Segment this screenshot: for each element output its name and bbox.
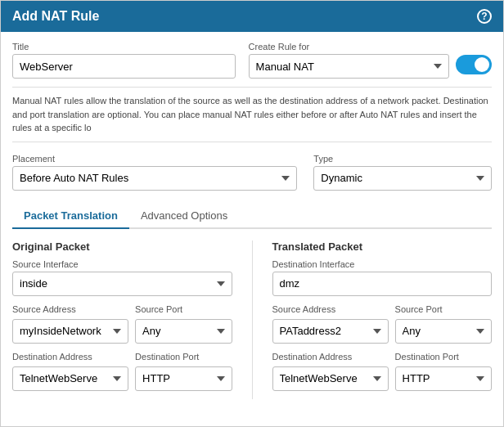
trans-src-addr-port-row: Source Address PATaddress2 Source Port A…	[272, 304, 493, 344]
trans-source-address-label: Source Address	[272, 304, 389, 314]
translated-packet-title: Translated Packet	[272, 240, 493, 253]
tab-advanced-options[interactable]: Advanced Options	[129, 204, 239, 229]
dialog-header: Add NAT Rule ?	[1, 1, 503, 32]
packets-section: Original Packet Source Interface inside …	[12, 240, 492, 399]
trans-destination-port-group: Destination Port HTTP	[395, 352, 492, 391]
orig-source-port-select[interactable]: Any	[135, 319, 232, 344]
orig-source-address-select[interactable]: myInsideNetwork	[12, 319, 128, 344]
title-label: Title	[12, 42, 236, 52]
tabs-bar: Packet Translation Advanced Options	[12, 204, 492, 229]
orig-destination-address-group: Destination Address TelnetWebServe	[12, 352, 128, 391]
title-field-group: Title	[12, 42, 236, 79]
placement-label: Placement	[12, 154, 297, 164]
original-packet-title: Original Packet	[12, 240, 232, 253]
orig-destination-address-select[interactable]: TelnetWebServe	[12, 366, 128, 391]
create-rule-label: Create Rule for	[249, 42, 492, 52]
trans-destination-address-group: Destination Address TelnetWebServe	[272, 352, 389, 391]
create-rule-field-group: Create Rule for Manual NAT Auto NAT	[249, 42, 492, 79]
trans-source-port-select[interactable]: Any	[395, 319, 492, 344]
trans-source-port-label: Source Port	[395, 304, 492, 314]
help-icon[interactable]: ?	[477, 9, 492, 24]
trans-destination-interface-group: Destination Interface	[272, 259, 493, 296]
placement-select[interactable]: Before Auto NAT Rules After Auto NAT Rul…	[12, 166, 297, 191]
title-input[interactable]	[12, 54, 236, 79]
vertical-divider	[252, 240, 253, 399]
trans-destination-interface-input[interactable]	[272, 272, 493, 296]
orig-source-address-label: Source Address	[12, 304, 128, 314]
title-createrule-row: Title Create Rule for Manual NAT Auto NA…	[12, 42, 492, 79]
dialog-title: Add NAT Rule	[12, 9, 99, 24]
dialog-body: Title Create Rule for Manual NAT Auto NA…	[1, 32, 503, 409]
trans-source-address-select[interactable]: PATaddress2	[272, 319, 389, 344]
type-field-group: Type Dynamic Static	[313, 154, 492, 191]
orig-dst-addr-port-row: Destination Address TelnetWebServe Desti…	[12, 352, 232, 391]
create-rule-select[interactable]: Manual NAT Auto NAT	[249, 54, 449, 79]
orig-destination-port-label: Destination Port	[135, 352, 232, 362]
tab-packet-translation[interactable]: Packet Translation	[12, 204, 129, 229]
trans-destination-address-label: Destination Address	[272, 352, 389, 362]
trans-dst-addr-port-row: Destination Address TelnetWebServe Desti…	[272, 352, 493, 391]
orig-source-interface-group: Source Interface inside	[12, 259, 232, 296]
add-nat-rule-dialog: Add NAT Rule ? Title Create Rule for Man…	[0, 0, 504, 427]
trans-source-port-group: Source Port Any	[395, 304, 492, 344]
type-select[interactable]: Dynamic Static	[313, 166, 492, 191]
enabled-toggle[interactable]	[456, 55, 492, 74]
orig-source-interface-select[interactable]: inside	[12, 272, 232, 296]
placement-field-group: Placement Before Auto NAT Rules After Au…	[12, 154, 297, 191]
translated-packet-col: Translated Packet Destination Interface …	[272, 240, 493, 399]
orig-source-port-label: Source Port	[135, 304, 232, 314]
trans-destination-interface-label: Destination Interface	[272, 259, 493, 269]
orig-destination-port-group: Destination Port HTTP	[135, 352, 232, 391]
trans-destination-port-select[interactable]: HTTP	[395, 366, 492, 391]
toggle-wrapper	[456, 55, 492, 74]
type-label: Type	[313, 154, 492, 164]
orig-source-port-group: Source Port Any	[135, 304, 232, 344]
orig-src-addr-port-row: Source Address myInsideNetwork Source Po…	[12, 304, 232, 344]
orig-destination-port-select[interactable]: HTTP	[135, 366, 232, 391]
trans-destination-port-label: Destination Port	[395, 352, 492, 362]
orig-source-address-group: Source Address myInsideNetwork	[12, 304, 128, 344]
trans-source-address-group: Source Address PATaddress2	[272, 304, 389, 344]
original-packet-col: Original Packet Source Interface inside …	[12, 240, 232, 399]
orig-destination-address-label: Destination Address	[12, 352, 128, 362]
info-text: Manual NAT rules allow the translation o…	[12, 87, 492, 142]
orig-source-interface-label: Source Interface	[12, 259, 232, 269]
placement-type-row: Placement Before Auto NAT Rules After Au…	[12, 154, 492, 191]
trans-destination-address-select[interactable]: TelnetWebServe	[272, 366, 389, 391]
